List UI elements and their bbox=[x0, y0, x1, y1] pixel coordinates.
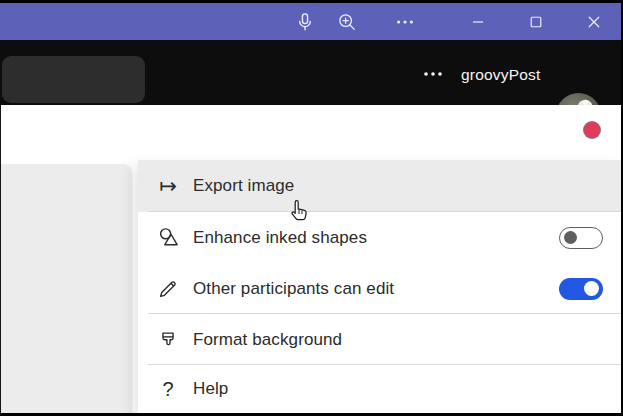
enhance-inked-shapes-toggle[interactable] bbox=[559, 227, 603, 249]
enhance-shapes-icon bbox=[155, 226, 181, 249]
content-area: ↦ Export image Enhance inked shapes bbox=[0, 160, 623, 413]
more-icon[interactable] bbox=[390, 7, 420, 37]
pencil-icon bbox=[155, 278, 181, 300]
zoom-in-icon[interactable] bbox=[332, 7, 362, 37]
microphone-icon[interactable] bbox=[290, 7, 320, 37]
format-background-icon bbox=[155, 329, 181, 351]
export-icon: ↦ bbox=[155, 176, 181, 197]
username: groovyPost bbox=[461, 66, 541, 84]
toolbar-pill[interactable] bbox=[2, 56, 145, 103]
titlebar bbox=[0, 3, 623, 40]
window-border-left bbox=[0, 105, 1, 413]
app-header: groovyPost bbox=[0, 40, 623, 105]
menu-item-label: Other participants can edit bbox=[193, 279, 394, 299]
more-options-icon[interactable] bbox=[419, 60, 447, 88]
whiteboard-toolbar: ⚙ bbox=[0, 105, 623, 160]
close-button[interactable] bbox=[579, 7, 609, 37]
menu-item-export-image[interactable]: ↦ Export image bbox=[138, 160, 621, 212]
help-icon: ? bbox=[155, 379, 181, 399]
other-participants-can-edit-toggle[interactable] bbox=[559, 278, 603, 300]
menu-item-label: Enhance inked shapes bbox=[193, 228, 367, 248]
menu-item-other-participants-can-edit[interactable]: Other participants can edit bbox=[138, 263, 621, 314]
menu-item-label: Export image bbox=[193, 176, 294, 196]
menu-item-format-background[interactable]: Format background bbox=[138, 314, 621, 365]
toggle-knob bbox=[564, 231, 577, 244]
app-window: groovyPost ⚙ ↦ bbox=[0, 0, 623, 416]
status-busy-dot bbox=[584, 122, 600, 138]
window-border-top bbox=[0, 0, 623, 3]
maximize-button[interactable] bbox=[521, 7, 551, 37]
menu-item-label: Help bbox=[193, 379, 228, 399]
menu-item-help[interactable]: ? Help bbox=[138, 365, 621, 413]
canvas-panel bbox=[0, 162, 133, 413]
settings-menu: ↦ Export image Enhance inked shapes bbox=[138, 160, 621, 413]
toggle-knob bbox=[584, 281, 599, 296]
menu-item-enhance-inked-shapes[interactable]: Enhance inked shapes bbox=[138, 212, 621, 263]
minimize-button[interactable] bbox=[463, 7, 493, 37]
menu-item-label: Format background bbox=[193, 330, 342, 350]
